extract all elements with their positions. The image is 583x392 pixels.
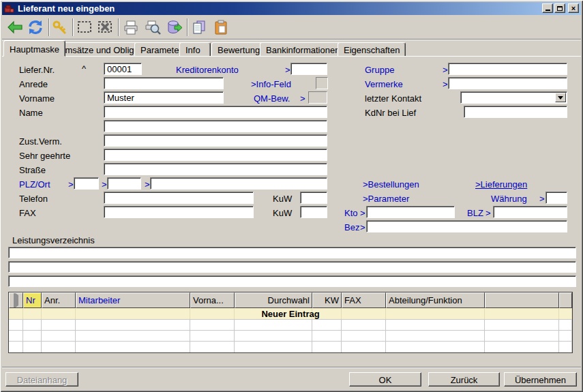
kto-arrow: > [360, 208, 365, 218]
telefon-kuw-input[interactable] [300, 192, 327, 204]
chevron-down-icon[interactable] [555, 93, 566, 102]
vermerke-input[interactable] [448, 77, 567, 89]
close-button[interactable]: × [568, 3, 579, 13]
leistungsverzeichnis-row-3[interactable] [8, 275, 576, 287]
key-icon[interactable] [51, 18, 69, 36]
info-feld-link[interactable]: >Info-Feld [251, 79, 291, 89]
zust-verm-input[interactable] [104, 134, 327, 147]
vermerke-arrow: > [443, 79, 448, 89]
dateianhang-button: Dateianhang [5, 372, 78, 387]
strasse-input[interactable] [104, 163, 327, 175]
telefon-input[interactable] [104, 192, 254, 204]
info-feld-box [316, 77, 328, 89]
col-header-anr[interactable]: Anr. [42, 292, 76, 308]
zust-verm-label: Zust.Verm. [19, 136, 62, 147]
bestellungen-link[interactable]: >Bestellungen [363, 179, 419, 190]
fax-kuw-input[interactable] [300, 206, 327, 218]
plz-arrow3: > [145, 179, 150, 190]
letzter-kontakt-label: letzter Kontakt [365, 93, 421, 104]
window-title: Lieferant neu eingeben [18, 3, 115, 14]
tab-bewertung[interactable]: Bewertung [211, 42, 266, 57]
plz-input[interactable] [74, 177, 99, 190]
selection-icon[interactable] [76, 18, 93, 36]
kreditorenkonto-input[interactable] [290, 63, 327, 75]
name-label: Name [19, 108, 43, 118]
blz-input[interactable] [493, 206, 567, 218]
waehrung-label[interactable]: Währung [491, 194, 527, 204]
tab-panel-edge [2, 56, 581, 57]
name2-input[interactable] [104, 120, 327, 132]
tab-umsaetze-und-obligo[interactable]: Umsätze und Obligo [53, 42, 145, 57]
col-header-vorname[interactable]: Vorna... [190, 292, 235, 308]
fax-input[interactable] [104, 206, 254, 218]
selection-clear-icon[interactable] [96, 18, 114, 36]
liefer-nr-label: Liefer.Nr. [19, 65, 55, 75]
kto-input[interactable] [366, 206, 455, 218]
vorname-input[interactable] [104, 91, 224, 104]
leistungsverzeichnis-row-2[interactable] [8, 261, 576, 273]
lieferungen-link[interactable]: >Lieferungen [475, 179, 527, 190]
sort-caret: ^ [82, 63, 86, 74]
col-header-empty-2[interactable] [559, 292, 572, 308]
kdnr-bei-lief-input[interactable] [464, 106, 567, 118]
qm-bew-link[interactable]: QM-Bew. [254, 93, 290, 104]
vermerke-link[interactable]: Vermerke [365, 79, 403, 89]
title-bar[interactable]: Lieferant neu eingeben × [2, 2, 581, 15]
maximize-button[interactable] [554, 3, 565, 13]
qm-bew-arrow: > [300, 93, 305, 104]
ok-button[interactable]: OK [349, 372, 421, 387]
col-header-kw[interactable]: KW [312, 292, 342, 308]
fax-kuw-label: KuW [273, 208, 292, 218]
col-header-durchwahl[interactable]: Durchwahl [235, 292, 312, 308]
liefer-nr-input[interactable] [104, 63, 142, 75]
tab-info[interactable]: Info [179, 42, 211, 57]
print-preview-icon[interactable] [144, 18, 162, 36]
kreditorenkonto-link[interactable]: Kreditorenkonto [176, 65, 239, 75]
table-row[interactable] [9, 331, 572, 342]
table-row-new-entry[interactable]: Neuer Eintrag [9, 308, 572, 320]
minimize-button[interactable] [542, 3, 553, 13]
ort-input[interactable] [150, 177, 327, 190]
vorname-label: Vorname [19, 93, 55, 104]
uebernehmen-button[interactable]: Übernehmen [504, 372, 577, 387]
gruppe-arrow: > [443, 65, 448, 75]
col-header-mitarbeiter[interactable]: Mitarbeiter [76, 292, 190, 308]
back-icon[interactable] [6, 18, 24, 36]
anrede-input[interactable] [104, 77, 224, 89]
bez-label[interactable]: Bez [344, 222, 359, 232]
name-input[interactable] [104, 106, 327, 118]
gruppe-link[interactable]: Gruppe [365, 65, 394, 75]
copy-icon[interactable] [190, 18, 208, 36]
col-header-fax[interactable]: FAX [342, 292, 386, 308]
tab-bankinformationen[interactable]: Bankinformationen [260, 42, 346, 57]
row-marker-header[interactable] [9, 292, 23, 308]
table-header-row: Nr Anr. Mitarbeiter Vorna... Durchwahl K… [9, 292, 572, 308]
zurueck-button[interactable]: Zurück [428, 372, 500, 387]
parameter-link[interactable]: >Parameter [363, 194, 409, 204]
col-header-empty[interactable] [485, 292, 559, 308]
print-icon[interactable] [122, 18, 140, 36]
tab-eigenschaften[interactable]: Eigenschaften [338, 42, 406, 57]
waehrung-input[interactable] [545, 192, 567, 204]
gruppe-input[interactable] [448, 63, 567, 75]
col-header-nr[interactable]: Nr [23, 292, 42, 308]
refresh-icon[interactable] [27, 18, 44, 36]
plz-ort-link[interactable]: PLZ/Ort [19, 179, 50, 190]
table-row[interactable] [9, 342, 572, 352]
leistungsverzeichnis-row-1[interactable] [8, 247, 576, 258]
new-entry-label[interactable]: Neuer Eintrag [9, 308, 572, 320]
plz-arrow1: > [68, 179, 74, 190]
col-header-abteilung[interactable]: Abteilung/Funktion [386, 292, 485, 308]
bez-input[interactable] [366, 220, 567, 232]
ort-nr-input[interactable] [107, 177, 141, 190]
letzter-kontakt-combobox[interactable] [460, 91, 567, 104]
blz-label[interactable]: BLZ [467, 208, 483, 218]
fax-label: FAX [19, 208, 36, 218]
kto-label[interactable]: Kto [344, 208, 358, 218]
sehr-geehrte-input[interactable] [104, 149, 327, 161]
paste-icon[interactable] [212, 18, 230, 36]
table-row[interactable] [9, 320, 572, 331]
tab-hauptmaske[interactable]: Hauptmaske [3, 40, 65, 57]
database-export-icon[interactable] [166, 18, 183, 36]
dialog-lieferant-neu: Lieferant neu eingeben × [0, 0, 583, 392]
